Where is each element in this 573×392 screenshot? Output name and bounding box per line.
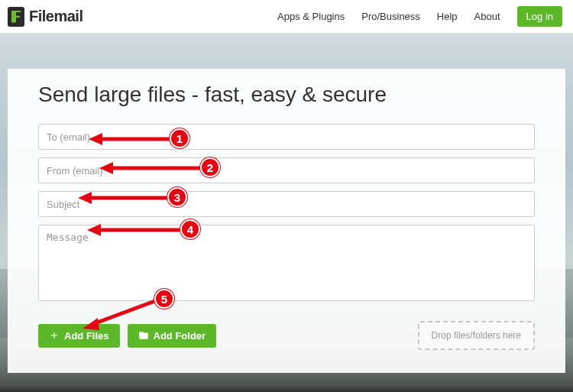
action-row: Add Files Add Folder Drop files/folders … xyxy=(38,321,535,350)
page-title: Send large files - fast, easy & secure xyxy=(38,83,535,107)
login-button[interactable]: Log in xyxy=(517,6,562,27)
folder-icon xyxy=(138,330,149,341)
nav-apps[interactable]: Apps & Plugins xyxy=(277,11,345,22)
nav-about[interactable]: About xyxy=(474,11,500,22)
brand-logo[interactable]: Filemail xyxy=(8,7,83,27)
add-files-label: Add Files xyxy=(64,330,109,342)
nav-help[interactable]: Help xyxy=(437,11,458,22)
add-files-button[interactable]: Add Files xyxy=(38,324,120,348)
to-email-field[interactable] xyxy=(38,124,535,150)
top-bar: Filemail Apps & Plugins Pro/Business Hel… xyxy=(0,0,573,34)
nav-pro[interactable]: Pro/Business xyxy=(361,11,420,22)
add-folder-label: Add Folder xyxy=(154,330,206,342)
brand-logo-icon xyxy=(8,7,24,27)
subject-field[interactable] xyxy=(38,191,535,217)
from-email-field[interactable] xyxy=(38,157,535,183)
top-nav: Apps & Plugins Pro/Business Help About L… xyxy=(277,6,562,27)
brand-name: Filemail xyxy=(29,8,83,25)
drop-zone[interactable]: Drop files/folders here xyxy=(418,321,535,350)
message-field[interactable] xyxy=(38,225,535,301)
plus-file-icon xyxy=(49,330,60,341)
send-card: Send large files - fast, easy & secure A… xyxy=(8,69,565,373)
add-folder-button[interactable]: Add Folder xyxy=(128,324,217,348)
